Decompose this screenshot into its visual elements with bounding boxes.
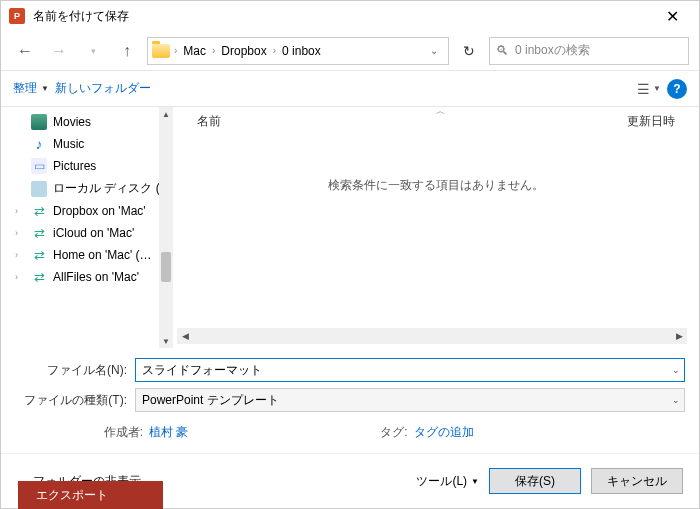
tree-item-music[interactable]: ♪Music <box>1 133 173 155</box>
network-drive-icon: ⇄ <box>31 247 47 263</box>
search-placeholder: 0 inboxの検索 <box>515 42 590 59</box>
organize-menu[interactable]: 整理▼ <box>13 80 49 97</box>
back-button[interactable]: ← <box>11 37 39 65</box>
powerpoint-icon: P <box>9 8 25 24</box>
column-headers: ︿ 名前 更新日時 <box>173 107 699 137</box>
column-name[interactable]: 名前 <box>197 113 627 130</box>
search-icon: 🔍︎ <box>496 43 509 58</box>
network-drive-icon: ⇄ <box>31 225 47 241</box>
up-button[interactable]: ↑ <box>113 37 141 65</box>
crumb-inbox[interactable]: 0 inbox <box>280 44 323 58</box>
save-button[interactable]: 保存(S) <box>489 468 581 494</box>
music-icon: ♪ <box>31 136 47 152</box>
main-area: Movies ♪Music ▭Pictures ローカル ディスク (C:) ›… <box>1 107 699 348</box>
toolbar: 整理▼ 新しいフォルダー ☰ ▼ ? <box>1 71 699 107</box>
scrollbar-track[interactable] <box>193 328 671 344</box>
chevron-down-icon[interactable]: ⌄ <box>672 395 680 405</box>
close-icon[interactable]: ✕ <box>654 3 691 30</box>
author-link[interactable]: 植村 豪 <box>149 424 188 441</box>
chevron-right-icon[interactable]: › <box>15 228 18 238</box>
network-drive-icon: ⇄ <box>31 203 47 219</box>
navigation-bar: ← → ▾ ↑ › Mac › Dropbox › 0 inbox ⌄ ↻ 🔍︎… <box>1 31 699 71</box>
crumb-mac[interactable]: Mac <box>181 44 208 58</box>
chevron-right-icon: › <box>212 45 215 56</box>
refresh-button[interactable]: ↻ <box>455 37 483 65</box>
forward-button: → <box>45 37 73 65</box>
help-button[interactable]: ? <box>667 79 687 99</box>
tree-item-movies[interactable]: Movies <box>1 111 173 133</box>
dialog-title: 名前を付けて保存 <box>33 8 654 25</box>
chevron-down-icon: ▼ <box>653 84 661 93</box>
network-drive-icon: ⇄ <box>31 269 47 285</box>
horizontal-scrollbar[interactable]: ◀ ▶ <box>177 328 687 344</box>
tree-item-allfiles[interactable]: ›⇄AllFiles on 'Mac' <box>1 266 173 288</box>
scroll-left-icon[interactable]: ◀ <box>177 331 193 341</box>
list-view-icon: ☰ <box>637 81 650 97</box>
scroll-down-icon[interactable]: ▼ <box>159 334 173 348</box>
tree-item-local-disk[interactable]: ローカル ディスク (C:) <box>1 177 173 200</box>
recent-dropdown-icon[interactable]: ▾ <box>79 37 107 65</box>
filename-input[interactable]: スライドフォーマット ⌄ <box>135 358 685 382</box>
chevron-right-icon: › <box>174 45 177 56</box>
chevron-right-icon[interactable]: › <box>15 272 18 282</box>
view-options-button[interactable]: ☰ ▼ <box>637 81 661 97</box>
new-folder-button[interactable]: 新しいフォルダー <box>55 80 151 97</box>
tree-item-pictures[interactable]: ▭Pictures <box>1 155 173 177</box>
chevron-down-icon: ▼ <box>471 477 479 486</box>
chevron-right-icon[interactable]: › <box>15 250 18 260</box>
cancel-button[interactable]: キャンセル <box>591 468 683 494</box>
chevron-right-icon: › <box>273 45 276 56</box>
folder-icon <box>152 44 170 58</box>
save-as-dialog: P 名前を付けて保存 ✕ ← → ▾ ↑ › Mac › Dropbox › 0… <box>0 0 700 509</box>
breadcrumb[interactable]: › Mac › Dropbox › 0 inbox ⌄ <box>147 37 449 65</box>
chevron-right-icon[interactable]: › <box>15 206 18 216</box>
expand-up-icon[interactable]: ︿ <box>436 107 445 118</box>
chevron-down-icon[interactable]: ⌄ <box>424 45 444 56</box>
crumb-dropbox[interactable]: Dropbox <box>219 44 268 58</box>
titlebar: P 名前を付けて保存 ✕ <box>1 1 699 31</box>
tags-add-link[interactable]: タグの追加 <box>414 424 474 441</box>
tree-item-dropbox[interactable]: ›⇄Dropbox on 'Mac' <box>1 200 173 222</box>
tags-label: タグ: <box>380 424 407 441</box>
scroll-up-icon[interactable]: ▲ <box>159 107 173 121</box>
filename-label: ファイル名(N): <box>15 362 135 379</box>
column-modified[interactable]: 更新日時 <box>627 113 675 130</box>
tree-item-home[interactable]: ›⇄Home on 'Mac' (… <box>1 244 173 266</box>
disk-icon <box>31 181 47 197</box>
empty-message: 検索条件に一致する項目はありません。 <box>173 137 699 324</box>
export-tab[interactable]: エクスポート <box>18 481 163 509</box>
form-area: ファイル名(N): スライドフォーマット ⌄ ファイルの種類(T): Power… <box>1 348 699 453</box>
tools-menu[interactable]: ツール(L) ▼ <box>416 473 479 490</box>
sidebar-scrollbar[interactable]: ▲ ▼ <box>159 107 173 348</box>
file-list-area: ︿ 名前 更新日時 検索条件に一致する項目はありません。 ◀ ▶ <box>173 107 699 348</box>
scroll-right-icon[interactable]: ▶ <box>671 331 687 341</box>
filetype-label: ファイルの種類(T): <box>15 392 135 409</box>
chevron-down-icon: ▼ <box>41 84 49 93</box>
chevron-down-icon[interactable]: ⌄ <box>672 365 680 375</box>
search-input[interactable]: 🔍︎ 0 inboxの検索 <box>489 37 689 65</box>
author-label: 作成者: <box>29 424 143 441</box>
folder-tree: Movies ♪Music ▭Pictures ローカル ディスク (C:) ›… <box>1 107 173 348</box>
filetype-select[interactable]: PowerPoint テンプレート ⌄ <box>135 388 685 412</box>
scrollbar-thumb[interactable] <box>161 252 171 282</box>
pictures-icon: ▭ <box>31 158 47 174</box>
movies-icon <box>31 114 47 130</box>
tree-item-icloud[interactable]: ›⇄iCloud on 'Mac' <box>1 222 173 244</box>
